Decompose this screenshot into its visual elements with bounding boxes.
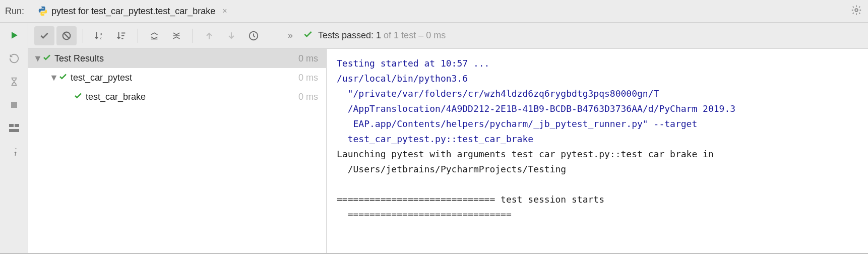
python-icon — [37, 6, 48, 17]
tests-passed-time: 0 ms — [426, 30, 446, 40]
more-chevrons-icon[interactable]: » — [288, 30, 293, 41]
tree-root-label: Test Results — [54, 53, 298, 64]
stop-button[interactable] — [7, 97, 22, 112]
tests-passed-count: 1 — [376, 30, 381, 40]
check-icon — [58, 72, 68, 84]
tree-root-row[interactable]: ▼ Test Results 0 ms — [28, 49, 326, 68]
tree-suite-time: 0 ms — [298, 73, 318, 83]
test-toolbar: az » — [28, 23, 868, 49]
run-panel-body: az » — [0, 23, 868, 253]
check-icon — [303, 29, 313, 42]
collapse-all-button[interactable] — [166, 26, 187, 45]
toolbar-separator — [138, 29, 138, 43]
svg-point-2 — [855, 9, 858, 12]
run-sidebar — [0, 23, 28, 253]
svg-text:z: z — [100, 36, 102, 40]
console-line: Testing started at 10:57 ... — [337, 58, 489, 69]
check-icon — [42, 53, 51, 65]
sort-alpha-button[interactable]: az — [89, 26, 109, 45]
show-ignored-button[interactable] — [56, 26, 77, 45]
console-line: "/private/var/folders/cr/wzh4ldzd6zq6ryg… — [337, 88, 659, 99]
tests-passed-summary: Tests passed: 1 of 1 test – 0 ms — [318, 30, 446, 41]
next-failed-button[interactable] — [221, 26, 241, 45]
console-line: /AppTranslocation/4A9DD212-2E1B-41B9-BCD… — [337, 103, 735, 114]
prev-failed-button[interactable] — [199, 26, 219, 45]
run-config-tab[interactable]: pytest for test_car_pytest.test_car_brak… — [33, 6, 231, 17]
layout-button[interactable] — [7, 120, 22, 136]
tests-passed-prefix: Tests passed: — [318, 30, 376, 40]
rerun-button[interactable] — [7, 28, 22, 43]
svg-rect-4 — [9, 124, 14, 127]
console-line: /usr/local/bin/python3.6 — [337, 73, 468, 84]
svg-rect-5 — [15, 124, 19, 127]
console-line: test_car_pytest.py::test_car_brake — [337, 134, 533, 144]
expand-all-button[interactable] — [144, 26, 164, 45]
toolbar-separator — [193, 29, 193, 43]
console-line: /Users/jetbrains/PycharmProjects/Testing — [337, 164, 566, 174]
sort-duration-button[interactable] — [111, 26, 132, 45]
console-line: ============================= test sessi… — [337, 194, 604, 205]
console-line: ============================== — [337, 209, 512, 220]
test-content: ▼ Test Results 0 ms ▼ test_car_pytest 0 … — [28, 49, 868, 253]
toggle-auto-test-button[interactable] — [7, 74, 22, 89]
chevron-down-icon[interactable]: ▼ — [33, 53, 42, 64]
check-icon — [74, 91, 83, 103]
console-output[interactable]: Testing started at 10:57 ... /usr/local/… — [327, 49, 868, 253]
run-label: Run: — [5, 6, 24, 17]
tree-suite-row[interactable]: ▼ test_car_pytest 0 ms — [28, 68, 326, 87]
console-line: Launching pytest with arguments test_car… — [337, 149, 714, 159]
svg-rect-3 — [11, 102, 17, 108]
run-config-title: pytest for test_car_pytest.test_car_brak… — [51, 6, 215, 17]
run-panel-header: Run: pytest for test_car_pytest.test_car… — [0, 0, 868, 23]
svg-rect-6 — [9, 129, 19, 132]
svg-point-0 — [41, 7, 42, 8]
run-main: az » — [28, 23, 868, 253]
gear-icon[interactable] — [851, 5, 862, 18]
tree-root-time: 0 ms — [298, 53, 318, 64]
test-tree[interactable]: ▼ Test Results 0 ms ▼ test_car_pytest 0 … — [28, 49, 327, 253]
chevron-down-icon[interactable]: ▼ — [49, 73, 58, 83]
toolbar-separator — [83, 29, 83, 43]
pin-button[interactable] — [7, 144, 22, 159]
tree-test-time: 0 ms — [298, 92, 318, 102]
tree-test-label: test_car_brake — [86, 92, 298, 102]
svg-point-1 — [44, 14, 45, 15]
tests-passed-of: of 1 test – — [381, 30, 426, 40]
tree-test-row[interactable]: test_car_brake 0 ms — [28, 87, 326, 106]
rerun-failed-button[interactable] — [7, 51, 22, 66]
console-line: EAP.app/Contents/helpers/pycharm/_jb_pyt… — [337, 118, 697, 129]
show-passed-button[interactable] — [34, 26, 54, 45]
test-history-button[interactable] — [243, 26, 264, 45]
tree-suite-label: test_car_pytest — [71, 73, 298, 83]
close-icon[interactable]: × — [222, 7, 227, 16]
